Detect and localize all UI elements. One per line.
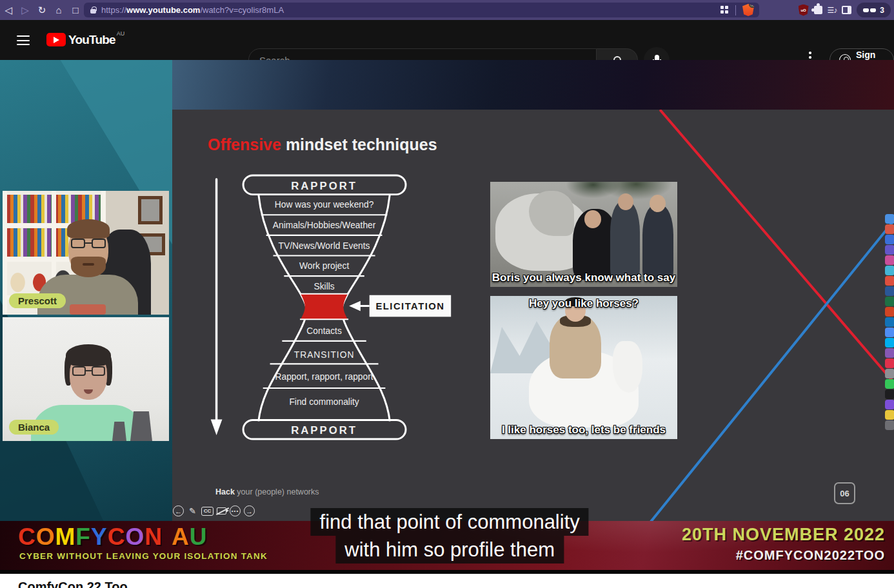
webcam-prescott: Prescott: [3, 191, 169, 315]
slide-page-number: 06: [834, 482, 855, 504]
camera-off-icon: [217, 507, 226, 514]
next-slide-icon: →: [244, 505, 255, 516]
stream-control-bar: ← ✎ CC ••• →: [173, 505, 255, 516]
url-host: www.youtube.com: [126, 5, 200, 15]
youtube-play-icon: [46, 33, 66, 46]
svg-text:How was your weekend?: How was your weekend?: [275, 199, 374, 210]
dock-app-icon: [885, 286, 894, 296]
dock-app-icon: [885, 379, 894, 389]
shield-badge: 99+: [749, 1, 762, 8]
left-arrow-icon: [349, 301, 361, 311]
youtube-region-label: AU: [117, 30, 125, 37]
dock-app-icon: [885, 266, 894, 275]
youtube-logo[interactable]: YouTube AU: [46, 33, 124, 47]
playlist-queue-icon[interactable]: ☰♪: [828, 6, 837, 15]
dock-app-icon: [885, 245, 894, 255]
dock-app-icon: [885, 389, 894, 399]
glasses-icon: [863, 8, 876, 12]
svg-text:Contacts: Contacts: [306, 326, 342, 336]
svg-text:Animals/Hobbies/Weather: Animals/Hobbies/Weather: [273, 220, 376, 230]
lock-icon: [90, 9, 96, 14]
slide-title: Offensive mindset techniques: [208, 135, 437, 154]
dock-app-icon: [885, 307, 894, 317]
comfycon-logo: COMFYCONAU: [18, 524, 207, 551]
svg-text:RAPPORT: RAPPORT: [291, 180, 357, 192]
svg-text:Work project: Work project: [299, 260, 350, 271]
tab-count: 3: [880, 6, 884, 15]
decor-vase: [112, 422, 126, 441]
url-bar[interactable]: https://www.youtube.com/watch?v=cyolisr8…: [84, 3, 759, 17]
youtube-wordmark: YouTube: [68, 33, 115, 47]
dock-app-icon: [885, 224, 894, 234]
subtitle-overlay: find that point of commonality with him …: [311, 508, 589, 564]
down-arrow-icon: [211, 419, 223, 435]
browser-toolbar: ◁ ▷ ↻ ⌂ □ https://www.youtube.com/watch?…: [0, 0, 894, 20]
dock-app-icon: [885, 328, 894, 337]
subtitle-line: find that point of commonality: [311, 508, 589, 536]
slide-footer: Hack your (people) networks: [215, 487, 319, 496]
dock-app-icon: [885, 214, 894, 224]
dock-app-icon: [885, 317, 894, 327]
meme-image-horse-rider: Hey you like horses? I like horses too, …: [490, 296, 677, 439]
dock-app-icon: [885, 276, 894, 286]
dock-app-icon: [885, 410, 894, 420]
screenshare-area: Offensive mindset techniques RAPPORT: [172, 60, 894, 521]
bookmark-icon[interactable]: □: [67, 5, 84, 15]
sidebar-toggle-icon[interactable]: [842, 6, 851, 14]
dock-app-icon: [885, 420, 894, 430]
meme-caption-top: Hey you like horses?: [490, 297, 677, 310]
slide-blue-diagonal: [647, 219, 894, 521]
divider: [735, 5, 736, 15]
prev-slide-icon: ←: [173, 505, 184, 516]
extensions-grid-icon[interactable]: [720, 6, 729, 14]
meme-caption: Boris you always know what to say: [490, 271, 677, 284]
hourglass-diagram: RAPPORT How was your weekend? Animals/Ho: [203, 174, 506, 442]
svg-text:TRANSITION: TRANSITION: [294, 349, 355, 360]
svg-text:Rapport, rapport, rapport: Rapport, rapport, rapport: [275, 371, 373, 382]
ublock-icon[interactable]: uO: [799, 5, 809, 16]
extension-puzzle-icon[interactable]: [814, 6, 822, 14]
forward-icon[interactable]: ▷: [17, 5, 34, 16]
presentation-slide: Offensive mindset techniques RAPPORT: [172, 110, 894, 521]
dock-app-icon: [885, 348, 894, 358]
dock-app-icon: [885, 297, 894, 306]
event-hashtag: #COMFYCON2022TOO: [736, 548, 885, 563]
dock-app-icon: [885, 358, 894, 368]
elicitation-red-zone: [301, 294, 348, 320]
pencil-icon: ✎: [187, 505, 198, 516]
tab-counter-pill[interactable]: 3: [857, 3, 891, 17]
svg-text:Find commonality: Find commonality: [289, 397, 359, 407]
macos-dock: [885, 214, 894, 430]
menu-hamburger-icon[interactable]: [17, 35, 30, 48]
svg-text:TV/News/World Events: TV/News/World Events: [279, 240, 370, 251]
more-dots-icon: •••: [230, 505, 241, 516]
url-scheme: https://: [101, 5, 126, 15]
video-player[interactable]: Offensive mindset techniques RAPPORT: [0, 60, 894, 574]
dock-app-icon: [885, 369, 894, 378]
webcam-bianca: Bianca: [3, 317, 169, 441]
webcam-name-label: Prescott: [9, 293, 66, 308]
subtitle-line: with him so profile them: [335, 536, 564, 564]
back-icon[interactable]: ◁: [0, 5, 17, 16]
youtube-header: YouTube AU Sign in: [0, 20, 894, 60]
svg-text:RAPPORT: RAPPORT: [291, 424, 357, 436]
event-date: 20TH NOVEMBER 2022: [682, 525, 885, 545]
home-icon[interactable]: ⌂: [50, 5, 67, 15]
video-page-title: ComfyCon 22 Too: [18, 580, 128, 588]
dock-app-icon: [885, 255, 894, 265]
captions-cc-icon: CC: [201, 507, 214, 516]
brave-shield-icon[interactable]: 99+: [742, 4, 754, 16]
webcam-name-label: Bianca: [9, 420, 59, 435]
reload-icon[interactable]: ↻: [34, 5, 50, 16]
slide-red-diagonal: [659, 110, 894, 384]
dock-app-icon: [885, 235, 894, 244]
meme-caption-bottom: I like horses too, lets be friends: [490, 424, 677, 436]
picture-frame: [138, 196, 163, 224]
dock-app-icon: [885, 338, 894, 348]
svg-text:ELICITATION: ELICITATION: [375, 301, 444, 311]
meme-image-horse-whisper: Boris you always know what to say: [490, 182, 677, 287]
decor-vase: [130, 411, 152, 441]
comfycon-tagline: CYBER WITHOUT LEAVING YOUR ISOLATION TAN…: [19, 551, 268, 561]
desktop-wallpaper-band: [172, 60, 894, 110]
svg-text:Skills: Skills: [313, 281, 334, 291]
